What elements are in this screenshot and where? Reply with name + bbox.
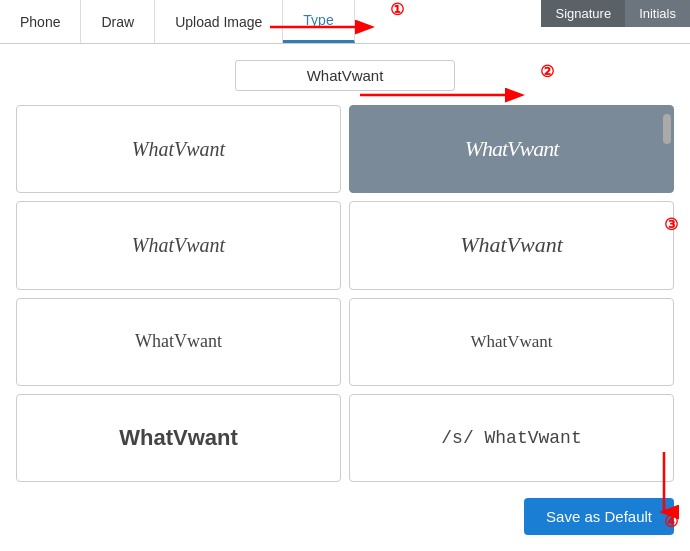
sig-cell-5[interactable]: WhatVwant [16,298,341,386]
text-input-row [16,60,674,91]
signature-button[interactable]: Signature [541,0,625,27]
top-right-buttons: Signature Initials [541,0,690,27]
save-default-button[interactable]: Save as Default [524,498,674,535]
tab-upload-image[interactable]: Upload Image [155,0,283,43]
sig-text-5: WhatVwant [129,325,228,358]
sig-cell-6[interactable]: WhatVwant [349,298,674,386]
sig-text-6: WhatVwant [464,326,558,358]
sig-text-4: WhatVwant [454,226,569,264]
sig-cell-8[interactable]: /s/ WhatVwant [349,394,674,482]
tab-phone[interactable]: Phone [0,0,81,43]
sig-cell-1[interactable]: WhatVwant [16,105,341,193]
sig-cell-3[interactable]: WhatVwant [16,201,341,289]
sig-text-3: WhatVwant [126,228,231,263]
sig-cell-4[interactable]: WhatVwant [349,201,674,289]
tab-type[interactable]: Type [283,0,354,43]
bottom-bar: Save as Default [16,492,674,535]
scrollbar[interactable] [663,114,671,144]
sig-text-1: WhatVwant [126,132,231,167]
sig-text-7: WhatVwant [113,419,244,457]
sig-text-8: /s/ WhatVwant [435,422,587,454]
signature-text-input[interactable] [235,60,455,91]
signature-grid: WhatVwant WhatVwant WhatVwant WhatVwant … [16,105,674,482]
tab-draw[interactable]: Draw [81,0,155,43]
sig-text-2: WhatVwant [459,130,565,168]
main-area: WhatVwant WhatVwant WhatVwant WhatVwant … [0,44,690,551]
initials-button[interactable]: Initials [625,0,690,27]
sig-cell-2[interactable]: WhatVwant [349,105,674,193]
sig-cell-7[interactable]: WhatVwant [16,394,341,482]
